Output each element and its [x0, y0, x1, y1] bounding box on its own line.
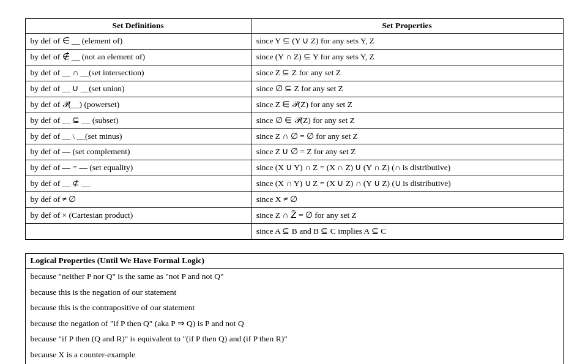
set-property-cell: since Z ⊆ Z for any set Z — [251, 65, 563, 81]
set-definitions-header: Set Definitions — [25, 19, 251, 34]
table-row: by def of __ ∩ __(set intersection)since… — [25, 65, 563, 81]
list-item: because this is the contrapositive of ou… — [25, 300, 563, 316]
table-row: by def of ∉ __ (not an element of)since … — [25, 49, 563, 65]
list-item: because "neither P nor Q" is the same as… — [25, 268, 563, 284]
logical-table: Logical Properties (Until We Have Formal… — [25, 253, 564, 364]
logical-property-cell: because this is the negation of our stat… — [25, 284, 563, 300]
set-definition-cell: by def of — (set complement) — [25, 144, 251, 160]
set-definition-cell: by def of ≠ ∅ — [25, 192, 251, 208]
set-definition-cell: by def of __ ∩ __(set intersection) — [25, 65, 251, 81]
table-row: by def of — = — (set equality)since (X ∪… — [25, 160, 563, 176]
main-wrapper: Set Definitions Set Properties by def of… — [25, 18, 564, 364]
set-definition-cell: by def of 𝒫(__) (powerset) — [25, 97, 251, 113]
logical-property-cell: because X is a counter-example — [25, 347, 563, 363]
set-table: Set Definitions Set Properties by def of… — [25, 18, 564, 240]
table-row: by def of __ ⊆ __ (subset)since ∅ ∈ 𝒫(Z)… — [25, 113, 563, 128]
set-definition-cell: by def of __ ⊆ __ (subset) — [25, 113, 251, 128]
set-definition-cell: by def of × (Cartesian product) — [25, 208, 251, 224]
set-definition-cell: by def of ∈ __ (element of) — [25, 34, 251, 50]
list-item: because this is the negation of our stat… — [25, 284, 563, 300]
table-row: by def of × (Cartesian product)since Z ∩… — [25, 208, 563, 224]
logical-property-cell: because the negation of "if P then Q" (a… — [25, 316, 563, 332]
list-item: because X is a counter-example — [25, 347, 563, 363]
table-row: by def of ∈ __ (element of)since Y ⊆ (Y … — [25, 34, 563, 50]
set-property-cell: since X ≠ ∅ — [251, 192, 563, 208]
logical-property-cell: because "if P then (Q and R)" is equival… — [25, 331, 563, 347]
set-definition-cell: by def of — = — (set equality) — [25, 160, 251, 176]
logical-property-cell: because "neither P nor Q" is the same as… — [25, 268, 563, 284]
set-property-cell: since Z ∩ ∅ = ∅ for any set Z — [251, 128, 563, 144]
list-item: because "if P then (Q and R)" is equival… — [25, 331, 563, 347]
set-property-cell: since Z ∈ 𝒫(Z) for any set Z — [251, 97, 563, 113]
table-row: by def of __ ⊄ __since (X ∩ Y) ∪ Z = (X … — [25, 176, 563, 192]
set-property-cell: since (X ∪ Y) ∩ Z = (X ∩ Z) ∪ (Y ∩ Z) (∩… — [251, 160, 563, 176]
set-definition-cell: by def of __ ⊄ __ — [25, 176, 251, 192]
set-property-cell: since ∅ ∈ 𝒫(Z) for any set Z — [251, 113, 563, 128]
set-property-cell: since A ⊆ B and B ⊆ C implies A ⊆ C — [251, 224, 563, 240]
set-property-cell: since Z ∩ Z̄ = ∅ for any set Z — [251, 208, 563, 224]
set-definition-cell: by def of __ ∪ __(set union) — [25, 81, 251, 97]
set-definition-cell — [25, 224, 251, 240]
set-definition-cell: by def of ∉ __ (not an element of) — [25, 49, 251, 65]
table-row: by def of __ \ __(set minus)since Z ∩ ∅ … — [25, 128, 563, 144]
logical-property-cell: because this is the contrapositive of ou… — [25, 300, 563, 316]
table-row: by def of __ ∪ __(set union)since ∅ ⊆ Z … — [25, 81, 563, 97]
table-row: by def of — (set complement)since Z ∪ ∅ … — [25, 144, 563, 160]
table-row: by def of 𝒫(__) (powerset)since Z ∈ 𝒫(Z)… — [25, 97, 563, 113]
set-property-cell: since ∅ ⊆ Z for any set Z — [251, 81, 563, 97]
set-properties-header: Set Properties — [251, 19, 563, 34]
table-row: by def of ≠ ∅since X ≠ ∅ — [25, 192, 563, 208]
table-row: since A ⊆ B and B ⊆ C implies A ⊆ C — [25, 224, 563, 240]
list-item: because the negation of "if P then Q" (a… — [25, 316, 563, 332]
set-definition-cell: by def of __ \ __(set minus) — [25, 128, 251, 144]
set-property-cell: since (Y ∩ Z) ⊆ Y for any sets Y, Z — [251, 49, 563, 65]
logical-properties-header: Logical Properties (Until We Have Formal… — [25, 253, 563, 268]
set-property-cell: since (X ∩ Y) ∪ Z = (X ∪ Z) ∩ (Y ∪ Z) (∪… — [251, 176, 563, 192]
set-property-cell: since Y ⊆ (Y ∪ Z) for any sets Y, Z — [251, 34, 563, 50]
set-property-cell: since Z ∪ ∅ = Z for any set Z — [251, 144, 563, 160]
